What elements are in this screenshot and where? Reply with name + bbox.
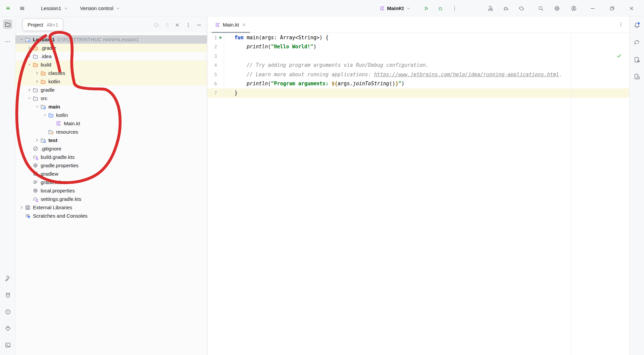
folder-orange-icon [40, 70, 46, 76]
chevron-down-icon[interactable] [41, 113, 48, 118]
gradle-sync-icon[interactable] [516, 3, 527, 14]
chevron-down-icon[interactable] [18, 37, 25, 42]
build-tool-button[interactable] [3, 273, 12, 283]
tree-item--gradle[interactable]: .gradle [15, 44, 207, 52]
more-run-options-button[interactable] [449, 3, 460, 14]
chevron-spacer [26, 171, 33, 177]
main-menu-button[interactable] [17, 3, 28, 14]
tree-item-scratches-and-consoles[interactable]: Scratches and Consoles [15, 212, 207, 220]
terminal-button[interactable] [3, 340, 12, 350]
code-line-3[interactable]: 3 [207, 51, 629, 61]
tree-item-gradle-properties[interactable]: gradle.properties [15, 161, 207, 170]
tree-item-main[interactable]: main [15, 102, 207, 111]
run-button[interactable] [421, 3, 432, 14]
debug-button[interactable] [435, 3, 446, 14]
app-quality-insights-button[interactable] [3, 323, 12, 333]
tree-item-kotlin[interactable]: kotlin [15, 77, 207, 86]
tree-item-gradle[interactable]: gradle [15, 86, 207, 94]
gutter-line-number: 1 [207, 33, 224, 42]
vcs-menu-label: Version control [80, 5, 113, 11]
minimize-button[interactable] [587, 3, 598, 14]
tree-item-gradlew-bat[interactable]: gradlew.bat [15, 178, 207, 186]
notifications-button[interactable] [632, 20, 642, 30]
tree-item-local-properties[interactable]: local.properties [15, 186, 207, 195]
tree-item-lession1[interactable]: Lession1D:\FLUTTER\THUC HANH\Lession1 [15, 35, 207, 44]
problems-button[interactable] [3, 307, 12, 316]
module-folder-icon [40, 104, 46, 109]
chevron-right-icon[interactable] [34, 71, 40, 76]
code-line-5[interactable]: 5 // Learn more about running applicatio… [207, 70, 629, 79]
inspections-ok-icon[interactable] [616, 53, 622, 59]
tree-item-label: local.properties [41, 188, 75, 193]
project-tool-button[interactable] [3, 19, 12, 29]
code-line-1[interactable]: 1fun main(args: Array<String>) { [207, 33, 629, 42]
build-icon[interactable] [485, 3, 496, 14]
more-tool-windows-button[interactable] [3, 37, 12, 46]
tree-item-kotlin[interactable]: kotlin [15, 111, 207, 119]
tree-item-build-gradle-kts[interactable]: build.gradle.kts [15, 153, 207, 161]
hide-panel-icon[interactable] [196, 22, 202, 28]
chevron-right-icon[interactable] [26, 87, 33, 93]
chevron-down-icon[interactable] [26, 96, 33, 101]
tree-item-build[interactable]: build [15, 60, 207, 69]
account-icon[interactable] [568, 3, 579, 14]
tree-item-label: External Libraries [33, 205, 72, 210]
expand-collapse-icon [164, 22, 170, 28]
project-menu-button[interactable]: Lession1 [41, 0, 69, 16]
running-devices-button[interactable] [632, 72, 642, 81]
run-configuration-selector[interactable]: MainKt [380, 0, 411, 16]
tab-main-kt[interactable]: Main.kt [212, 16, 250, 33]
code-line-6[interactable]: 6 println("Program arguments: ${args.joi… [207, 79, 629, 89]
code-line-text: // Try adding program arguments via Run/… [224, 62, 429, 68]
tree-item-external-libraries[interactable]: External Libraries [15, 203, 207, 212]
settings-icon[interactable] [552, 3, 562, 14]
tree-item-resources[interactable]: resources [15, 128, 207, 136]
tree-item-gradlew[interactable]: gradlew [15, 170, 207, 178]
tree-item-label: Scratches and Consoles [33, 213, 88, 219]
code-line-4[interactable]: 4 // Try adding program arguments via Ru… [207, 61, 629, 70]
profiler-icon[interactable] [501, 3, 511, 14]
editor-options-button[interactable] [617, 21, 624, 28]
tree-item-settings-gradle-kts[interactable]: settings.gradle.kts [15, 195, 207, 203]
chevron-right-icon[interactable] [26, 54, 33, 59]
run-configuration-label: MainKt [387, 5, 404, 11]
collapse-all-icon[interactable] [174, 22, 180, 28]
gutter-line-number: 7 [207, 88, 224, 98]
tree-item-src[interactable]: src [15, 94, 207, 102]
tree-item-main-kt[interactable]: Main.kt [15, 119, 207, 128]
code-editor[interactable]: 1fun main(args: Array<String>) {2 printl… [207, 33, 629, 355]
gutter-line-number: 5 [207, 70, 224, 79]
tree-item-classes[interactable]: classes [15, 69, 207, 77]
tree-item--gitignore[interactable]: .gitignore [15, 144, 207, 153]
left-tool-window-strip [0, 16, 15, 355]
gutter-line-number: 4 [207, 61, 224, 70]
close-button[interactable] [626, 3, 637, 14]
chevron-right-icon[interactable] [26, 45, 33, 51]
right-tool-window-strip [629, 16, 644, 355]
project-tooltip-shortcut: Alt+1 [47, 22, 58, 28]
tree-item-test[interactable]: test [15, 136, 207, 144]
gradle-tool-button[interactable] [632, 37, 642, 47]
tree-item--idea[interactable]: .idea [15, 52, 207, 60]
code-line-2[interactable]: 2 println("Hello World!") [207, 42, 629, 52]
code-line-7[interactable]: 7} [207, 88, 629, 98]
gutter-line-number: 6 [207, 79, 224, 89]
module-folder-icon [25, 37, 31, 42]
chevron-right-icon[interactable] [34, 138, 40, 143]
chevron-right-icon[interactable] [18, 205, 25, 210]
chevron-down-icon[interactable] [34, 104, 40, 109]
chevron-spacer [41, 129, 48, 135]
chevron-down-icon[interactable] [26, 62, 33, 68]
maximize-button[interactable] [607, 3, 617, 14]
shell-file-icon [33, 171, 38, 177]
ignore-file-icon [33, 146, 38, 151]
tab-close-icon[interactable] [241, 22, 247, 28]
chevron-right-icon[interactable] [34, 79, 40, 84]
vcs-menu-button[interactable]: Version control [80, 0, 121, 16]
options-icon[interactable] [185, 22, 191, 28]
run-line-icon[interactable] [218, 35, 223, 40]
logcat-button[interactable] [3, 290, 12, 300]
search-everywhere-icon[interactable] [535, 3, 546, 14]
device-manager-button[interactable] [632, 55, 642, 64]
chevron-spacer [26, 163, 33, 168]
